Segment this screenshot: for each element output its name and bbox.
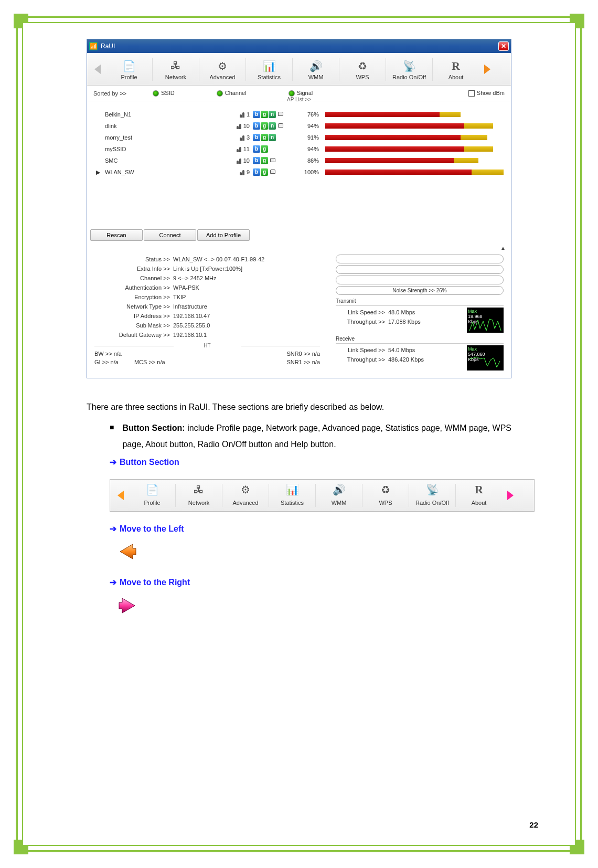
sort-ssid[interactable]: SSID xyxy=(153,90,175,97)
toolbar-prev-icon[interactable] xyxy=(90,59,106,80)
mode-n-icon: n xyxy=(269,111,276,118)
table-row[interactable]: SMC10bg86% xyxy=(94,155,504,166)
sort-channel[interactable]: Channel xyxy=(217,90,247,97)
signal-icon xyxy=(239,111,245,118)
network-icon: 🖧 xyxy=(167,58,184,74)
sort-bar: Sorted by >> SSID Channel Signal Show dB… xyxy=(87,86,511,101)
mode-b-icon: b xyxy=(253,122,260,130)
toolbar-figure: 📄Profile 🖧Network ⚙Advanced 📊Statistics … xyxy=(110,479,535,512)
wmm-icon: 🔊 xyxy=(307,58,324,74)
fig-prev-icon xyxy=(113,485,129,506)
ap-ssid: morry_test xyxy=(105,134,205,141)
ap-ssid: WLAN_SW xyxy=(105,169,205,175)
mode-g-icon: g xyxy=(261,168,268,176)
mode-g-icon: g xyxy=(261,145,268,153)
quality-bar: Signal Strength 2 >> 100% xyxy=(336,276,504,284)
link-move-right: ➔ Move to the Right xyxy=(87,575,511,590)
toolbar: 📄 Profile 🖧 Network ⚙ Advanced 📊 Statist… xyxy=(87,53,511,86)
mode-n-icon: n xyxy=(269,122,276,130)
mode-g-icon: g xyxy=(261,122,268,130)
bullet-icon: ■ xyxy=(110,420,114,452)
page-number: 22 xyxy=(529,820,538,829)
lock-icon xyxy=(270,168,276,175)
quality-bars: Link Quality >> 100%Signal Strength 1 >>… xyxy=(336,255,504,295)
signal-icon xyxy=(236,146,242,152)
ap-ssid: SMC xyxy=(105,157,205,164)
lock-icon xyxy=(277,111,284,117)
toolbar-next-icon[interactable] xyxy=(479,59,495,80)
statistics-icon: 📊 xyxy=(261,58,277,74)
signal-bar xyxy=(325,123,504,129)
intro-text: There are three sections in RaUI. These … xyxy=(87,399,511,415)
fig-next-icon xyxy=(502,485,518,506)
signal-icon xyxy=(236,157,242,164)
signal-bar xyxy=(325,158,504,163)
tab-wmm[interactable]: 🔊 WMM xyxy=(293,58,339,80)
tab-about[interactable]: R About xyxy=(433,58,479,80)
signal-icon xyxy=(239,134,245,141)
link-move-left: ➔ Move to the Left xyxy=(87,521,511,537)
ap-ssid: mySSID xyxy=(105,146,205,152)
signal-icon xyxy=(236,123,242,129)
left-arrow-figure xyxy=(87,541,511,567)
lock-icon xyxy=(270,157,276,163)
ap-list-label: AP List >> xyxy=(285,97,313,102)
tab-advanced[interactable]: ⚙ Advanced xyxy=(199,58,245,80)
tab-profile[interactable]: 📄 Profile xyxy=(106,58,152,80)
mode-b-icon: b xyxy=(253,168,260,176)
arrow-icon: ➔ xyxy=(110,454,116,470)
add-profile-button[interactable]: Add to Profile xyxy=(197,229,250,241)
signal-icon xyxy=(239,169,245,175)
quality-bar: Link Quality >> 100% xyxy=(336,255,504,263)
radio-icon: 📡 xyxy=(401,58,418,74)
table-row[interactable]: dlink10bgn94% xyxy=(94,120,504,132)
arrow-icon: ➔ xyxy=(110,575,116,590)
app-icon: 📶 xyxy=(89,42,98,50)
signal-bar xyxy=(325,146,504,152)
connect-button[interactable]: Connect xyxy=(144,229,196,241)
tab-statistics[interactable]: 📊 Statistics xyxy=(246,58,292,80)
tab-wps[interactable]: ♻ WPS xyxy=(339,58,386,80)
raui-window: 📶 RaUI ✕ 📄 Profile 🖧 Network ⚙ A xyxy=(87,39,511,378)
mode-b-icon: b xyxy=(253,111,260,118)
status-area: Status >>WLAN_SW <--> 00-07-40-F1-99-42E… xyxy=(87,250,511,378)
link-button-section: ➔ Button Section xyxy=(87,454,511,470)
sort-signal[interactable]: Signal xyxy=(289,90,313,97)
advanced-icon: ⚙ xyxy=(214,58,231,74)
mode-b-icon: b xyxy=(253,134,260,141)
receive-heading: Receive xyxy=(336,336,504,344)
quality-bar: Signal Strength 1 >> 100% xyxy=(336,265,504,274)
profile-icon: 📄 xyxy=(121,58,137,74)
transmit-graph: Max 19.968 Kbps xyxy=(467,308,504,333)
transmit-heading: Transmit xyxy=(336,298,504,306)
ap-list: Belkin_N11bgn76%dlink10bgn94%morry_test3… xyxy=(87,101,511,227)
about-icon: R xyxy=(447,58,464,74)
ap-ssid: Belkin_N1 xyxy=(105,111,205,118)
mode-g-icon: g xyxy=(261,134,268,141)
table-row[interactable]: ▶WLAN_SW9bg100% xyxy=(94,166,504,178)
arrow-icon: ➔ xyxy=(110,521,116,537)
receive-graph: Max 547.860 Kbps xyxy=(467,345,504,371)
close-icon[interactable]: ✕ xyxy=(498,41,509,51)
right-arrow-figure xyxy=(87,595,511,621)
signal-bar xyxy=(325,135,504,140)
signal-bar xyxy=(325,170,504,175)
quality-bar: Noise Strength >> 26% xyxy=(336,286,504,295)
tab-network[interactable]: 🖧 Network xyxy=(153,58,199,80)
mode-n-icon: n xyxy=(269,134,276,141)
lock-icon xyxy=(277,122,284,129)
table-row[interactable]: Belkin_N11bgn76% xyxy=(94,109,504,120)
status-collapse-icon[interactable]: ▲ xyxy=(87,245,511,250)
signal-bar xyxy=(325,112,504,117)
mode-b-icon: b xyxy=(253,145,260,153)
table-row[interactable]: morry_test3bgn91% xyxy=(94,132,504,143)
wps-icon: ♻ xyxy=(354,58,371,74)
tab-radio[interactable]: 📡 Radio On/Off xyxy=(386,58,432,80)
doc-body: There are three sections in RaUI. These … xyxy=(87,399,511,621)
ap-ssid: dlink xyxy=(105,123,205,129)
mode-b-icon: b xyxy=(253,157,260,164)
table-row[interactable]: mySSID11bg94% xyxy=(94,143,504,155)
mode-g-icon: g xyxy=(261,157,268,164)
show-dbm-checkbox[interactable]: Show dBm xyxy=(468,90,505,97)
rescan-button[interactable]: Rescan xyxy=(90,229,143,241)
